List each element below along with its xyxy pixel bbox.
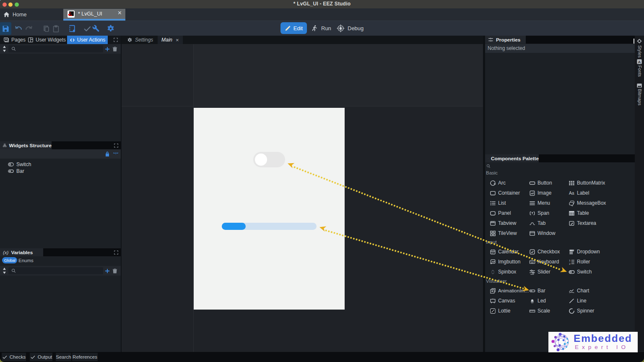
- svg-text:A: A: [638, 60, 641, 64]
- svg-text:1: 1: [569, 259, 571, 262]
- svg-text:2: 2: [569, 262, 571, 265]
- svg-text:Aa: Aa: [569, 191, 574, 195]
